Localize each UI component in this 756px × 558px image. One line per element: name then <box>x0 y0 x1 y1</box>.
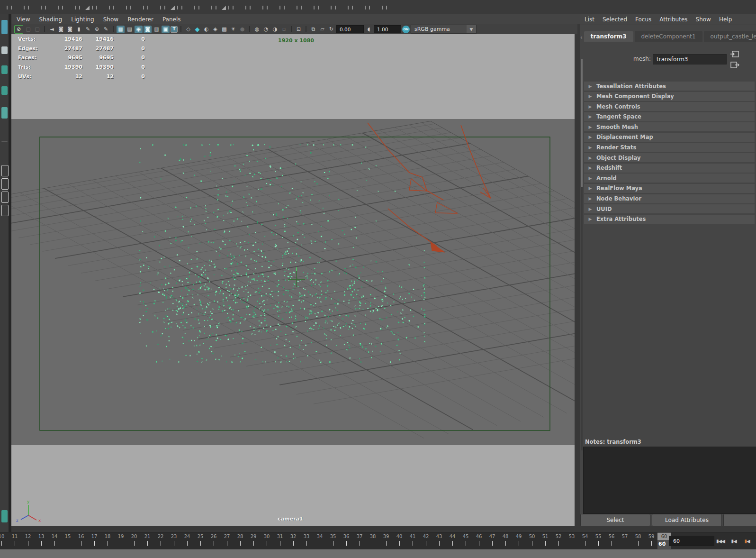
time-slider[interactable]: 60 60 60 1011121314151617181920212223242… <box>0 532 756 549</box>
partial-button[interactable] <box>723 514 756 526</box>
view-transform-on-toggle[interactable]: ON <box>402 26 410 33</box>
toolbox-icon[interactable] <box>1 510 8 522</box>
toolbox-icon[interactable] <box>1 178 9 190</box>
select-camera-icon[interactable]: ◄ <box>48 26 56 33</box>
attribute-editor-scrollbar[interactable] <box>581 59 583 450</box>
ae-menu-attributes[interactable]: Attributes <box>659 16 687 23</box>
section-render-stats[interactable]: ▶Render Stats <box>584 143 755 152</box>
wireframe-mode-icon[interactable]: ◇ <box>184 26 192 33</box>
gate-mask-icon[interactable]: ◙ <box>144 26 152 33</box>
range-slider-strip[interactable] <box>0 549 756 558</box>
ae-menu-selected[interactable]: Selected <box>603 16 627 23</box>
image-plane-icon[interactable]: ✎ <box>84 26 92 33</box>
toolbox-icon[interactable] <box>1 20 8 34</box>
xray-active-icon[interactable]: ▱ <box>318 26 326 33</box>
section-arnold[interactable]: ▶Arnold <box>584 174 755 183</box>
no-live-surface-icon[interactable]: ⊘ <box>14 25 23 34</box>
section-displacement-map[interactable]: ▶Displacement Map <box>584 133 755 142</box>
gamma-field[interactable]: 1.00 <box>374 25 401 33</box>
shadows-icon[interactable]: ● <box>238 26 246 33</box>
antialias-icon[interactable]: ◔ <box>262 26 270 33</box>
section-node-behavior[interactable]: ▶Node Behavior <box>584 194 755 203</box>
tab-scroll-left-button[interactable]: ‹ <box>580 33 583 42</box>
frame-tick <box>651 541 652 546</box>
frame-tick <box>214 541 214 546</box>
bookmark-icon[interactable]: ▮ <box>75 26 83 33</box>
camera-attributes-icon[interactable]: ◙ <box>66 26 74 33</box>
shaded-mode-icon[interactable]: ◆ <box>193 26 201 33</box>
viewport-menu-shading[interactable]: Shading <box>39 16 62 23</box>
ae-menu-show[interactable]: Show <box>696 16 711 23</box>
section-extra-attributes[interactable]: ▶Extra Attributes <box>584 215 755 224</box>
toolbox-icon[interactable] <box>1 107 8 119</box>
field-chart-icon[interactable]: ▥ <box>153 26 161 33</box>
section-tangent-space[interactable]: ▶Tangent Space <box>584 112 755 121</box>
toolbox-icon[interactable] <box>1 141 8 142</box>
section-mesh-controls[interactable]: ▶Mesh Controls <box>584 102 755 111</box>
frame-tick <box>625 541 625 546</box>
grid-toggle-icon[interactable]: ▦ <box>117 26 125 33</box>
toolbox-icon[interactable] <box>1 86 8 95</box>
step-back-key-button[interactable]: ▮◀ <box>728 536 740 546</box>
expand-arrow-icon: ▶ <box>584 84 596 89</box>
safe-action-icon[interactable]: ▣ <box>162 26 170 33</box>
wireframe-on-shaded-icon[interactable]: ▩ <box>220 26 228 33</box>
toolbox-icon[interactable] <box>1 46 8 54</box>
colorspace-dropdown[interactable]: sRGB gamma▼ <box>411 25 477 34</box>
load-attributes-button[interactable]: Load Attributes <box>652 514 722 526</box>
focus-node-icon[interactable] <box>730 50 739 58</box>
section-object-display[interactable]: ▶Object Display <box>584 153 755 162</box>
section-tessellation-attributes[interactable]: ▶Tessellation Attributes <box>584 82 755 91</box>
toolbox-icon[interactable] <box>1 165 9 176</box>
step-back-frame-button[interactable]: ▮◀ <box>741 536 753 546</box>
safe-title-icon[interactable]: T <box>171 26 178 33</box>
viewport-menu-view[interactable]: View <box>17 16 30 23</box>
isolate-select-icon[interactable]: ⊡ <box>295 26 303 33</box>
section-realflow-maya[interactable]: ▶RealFlow Maya <box>584 184 755 193</box>
grease-pencil-icon[interactable]: ✎ <box>102 26 110 33</box>
pan-zoom-icon[interactable]: ⊕ <box>93 26 101 33</box>
toolbox-icon[interactable] <box>1 205 9 216</box>
notes-textarea[interactable] <box>583 447 756 514</box>
ae-tab-transform3[interactable]: transform3 <box>584 31 633 42</box>
xray-icon[interactable]: ⧉ <box>309 26 317 33</box>
ao-icon[interactable]: ◍ <box>253 26 261 33</box>
film-gate-icon[interactable]: ▤ <box>126 26 134 33</box>
toolbox-icon[interactable] <box>1 192 9 203</box>
ae-menu-help[interactable]: Help <box>719 16 732 23</box>
ae-menu-focus[interactable]: Focus <box>635 16 651 23</box>
viewport-menu-show[interactable]: Show <box>103 16 118 23</box>
frame-number: 57 <box>618 534 631 539</box>
textured-mode-icon[interactable]: ◐ <box>202 26 210 33</box>
show-hide-attributes-icon[interactable] <box>730 61 739 69</box>
gamma-icon[interactable]: ◖ <box>365 26 373 33</box>
viewport-menu-renderer[interactable]: Renderer <box>127 16 153 23</box>
ae-tab-deleteComponent1[interactable]: deleteComponent1 <box>635 31 702 42</box>
viewport-menu-lighting[interactable]: Lighting <box>71 16 94 23</box>
keyframe-tick <box>233 6 234 9</box>
ae-menu-list[interactable]: List <box>585 16 594 23</box>
section-uuid[interactable]: ▶UUID <box>584 204 755 213</box>
mesh-name-input[interactable]: transform3 <box>653 54 727 64</box>
select-button[interactable]: Select <box>580 514 650 526</box>
exposure-icon[interactable]: ↻ <box>327 26 335 33</box>
materials-icon[interactable]: ◈ <box>211 26 219 33</box>
toolbox-icon[interactable] <box>1 65 8 74</box>
paint-select-icon[interactable]: ▢ <box>33 26 41 33</box>
bookmark-triangle <box>85 6 90 10</box>
section-redshift[interactable]: ▶Redshift <box>584 164 755 173</box>
current-time-field[interactable]: 60 <box>669 536 714 546</box>
dof-icon[interactable]: ▫ <box>280 26 288 33</box>
section-mesh-component-display[interactable]: ▶Mesh Component Display <box>584 92 755 101</box>
lock-camera-icon[interactable]: ◙ <box>57 26 65 33</box>
resolution-gate-icon[interactable]: ◉ <box>135 26 143 33</box>
exposure-field[interactable]: 0.00 <box>336 25 364 33</box>
lights-icon[interactable]: ☀ <box>229 26 237 33</box>
viewport-canvas[interactable]: Verts:19416194160Edges:27487274870Faces:… <box>11 34 575 526</box>
section-smooth-mesh[interactable]: ▶Smooth Mesh <box>584 122 755 131</box>
go-to-start-button[interactable]: ▮◀◀ <box>714 536 727 546</box>
ae-tab-output_castle_leaves_Al[interactable]: output_castle_leaves_Al <box>704 31 756 42</box>
motion-blur-icon[interactable]: ◑ <box>271 26 279 33</box>
lasso-select-icon[interactable]: ▢ <box>24 26 32 33</box>
viewport-menu-panels[interactable]: Panels <box>162 16 181 23</box>
